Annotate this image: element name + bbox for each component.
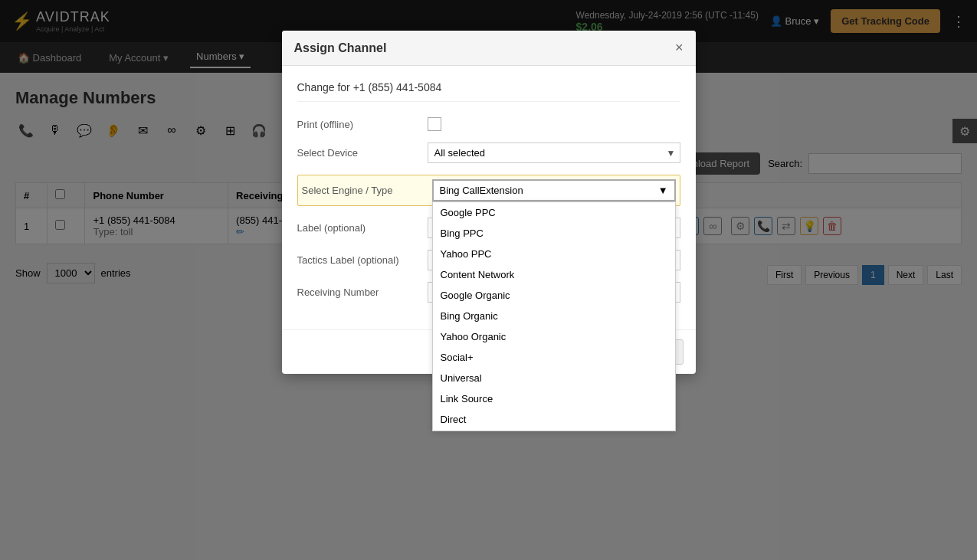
engine-dropdown-arrow-icon: ▼ xyxy=(658,185,668,196)
label-optional-label: Label (optional) xyxy=(297,222,428,234)
form-row-engine: Select Engine / Type Bing CallExtension … xyxy=(297,175,680,206)
receiving-number-label: Receiving Number xyxy=(297,287,428,298)
select-device-label: Select Device xyxy=(297,147,428,159)
tactics-label-label: Tactics Label (optional) xyxy=(297,254,428,266)
engine-option-bing-ppc[interactable]: Bing PPC xyxy=(433,223,675,244)
engine-option-google-organic[interactable]: Google Organic xyxy=(433,285,675,300)
engine-dropdown-list: Google PPC Bing PPC Yahoo PPC Content Ne… xyxy=(432,201,676,300)
select-engine-label: Select Engine / Type xyxy=(302,185,432,196)
print-offline-label: Print (offline) xyxy=(297,119,428,130)
engine-selected-value: Bing CallExtension xyxy=(440,185,523,196)
print-offline-checkbox[interactable] xyxy=(428,117,441,131)
assign-channel-modal: Assign Channel × Change for +1 (855) 441… xyxy=(282,31,696,300)
select-device-wrapper: All selected ▼ xyxy=(428,142,680,163)
engine-dropdown-toggle[interactable]: Bing CallExtension ▼ xyxy=(432,179,676,201)
modal-body: Change for +1 (855) 441-5084 Print (offl… xyxy=(282,66,696,300)
modal-header: Assign Channel × xyxy=(282,31,696,66)
modal-title: Assign Channel xyxy=(294,41,387,55)
modal-close-x-button[interactable]: × xyxy=(675,40,684,56)
select-device-dropdown[interactable]: All selected xyxy=(428,142,680,163)
engine-option-yahoo-ppc[interactable]: Yahoo PPC xyxy=(433,244,675,264)
engine-option-content-network[interactable]: Content Network xyxy=(433,264,675,285)
modal-subtitle: Change for +1 (855) 441-5084 xyxy=(297,81,680,102)
form-row-print: Print (offline) xyxy=(297,117,680,131)
form-row-device: Select Device All selected ▼ xyxy=(297,142,680,163)
engine-option-google-ppc[interactable]: Google PPC xyxy=(433,202,675,223)
engine-dropdown-container: Bing CallExtension ▼ Google PPC Bing PPC… xyxy=(432,179,676,201)
modal-overlay: Assign Channel × Change for +1 (855) 441… xyxy=(0,0,977,300)
